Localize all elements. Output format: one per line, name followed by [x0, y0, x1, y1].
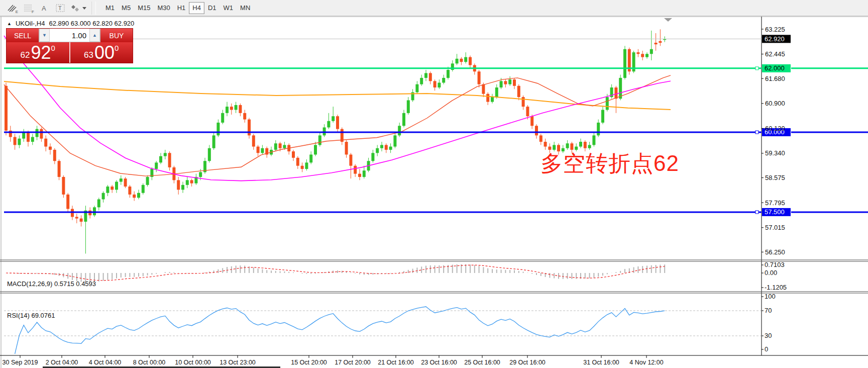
- timeframe-button-w1[interactable]: W1: [220, 2, 237, 14]
- candle-body: [40, 129, 43, 139]
- candle-body: [415, 84, 418, 93]
- time-axis-label[interactable]: 4 Nov 12:00: [629, 359, 663, 366]
- candle-body: [429, 73, 432, 81]
- timeframe-button-d1[interactable]: D1: [204, 2, 220, 14]
- candle-body: [177, 180, 180, 190]
- text-box-icon[interactable]: T: [53, 2, 68, 15]
- rsi-axis-label: 100: [765, 293, 776, 300]
- top-toolbar: E F A T M1M5M15M30H1H4D1W1MN: [0, 0, 868, 16]
- candle-body: [389, 147, 392, 150]
- chart-window[interactable]: 62.00060.00057.50062.92063.22562.44561.6…: [0, 16, 868, 368]
- time-axis-label[interactable]: 15 Oct 20:00: [291, 359, 327, 366]
- time-axis-label[interactable]: 4 Oct 04:00: [89, 359, 122, 366]
- candle-body: [292, 151, 295, 158]
- time-axis-label[interactable]: 13 Oct 23:00: [220, 359, 256, 366]
- time-axis-label[interactable]: 29 Oct 16:00: [509, 359, 546, 366]
- candle-body: [181, 185, 184, 190]
- volume-input[interactable]: [50, 29, 89, 42]
- candle-body: [659, 41, 662, 43]
- candle-body: [44, 139, 47, 147]
- candle-body: [486, 94, 489, 102]
- candle-body: [544, 142, 547, 147]
- label-a-icon[interactable]: A: [37, 2, 52, 15]
- timeframe-button-mn[interactable]: MN: [237, 2, 254, 14]
- time-axis-label[interactable]: 30 Sep 2019: [3, 359, 38, 366]
- hlines-layer: [4, 39, 868, 213]
- candle-body: [495, 87, 498, 97]
- candle-body: [106, 187, 109, 193]
- candle-body: [588, 145, 591, 148]
- timeframe-button-m1[interactable]: M1: [102, 2, 118, 14]
- timeframe-button-m15[interactable]: M15: [134, 2, 154, 14]
- sell-button[interactable]: SELL: [7, 29, 39, 42]
- candle-body: [530, 116, 533, 126]
- buy-button[interactable]: BUY: [100, 29, 133, 42]
- time-axis-label[interactable]: 17 Oct 20:00: [335, 359, 371, 366]
- sell-price-big: 92: [31, 43, 51, 62]
- time-axis-label[interactable]: 2 Oct 04:00: [46, 359, 78, 366]
- candle-body: [645, 54, 648, 57]
- candle-body: [133, 195, 136, 198]
- chart-text-annotation: 多空转折点62: [540, 149, 679, 178]
- timeframe-button-m30[interactable]: M30: [154, 2, 173, 14]
- candle-body: [88, 211, 91, 216]
- candle-body: [469, 57, 472, 65]
- candle-body: [230, 107, 233, 110]
- timeframe-button-h1[interactable]: H1: [174, 2, 189, 14]
- candle-body: [380, 145, 383, 148]
- sell-price-display[interactable]: 62 92 0: [7, 42, 70, 63]
- buy-price-display[interactable]: 63 00 0: [70, 42, 133, 63]
- candle-body: [27, 132, 30, 142]
- candle-body: [142, 185, 145, 193]
- price-axis-label: 57.795: [765, 199, 785, 207]
- candle-body: [442, 78, 445, 83]
- time-axis-label[interactable]: 23 Oct 16:00: [421, 359, 457, 366]
- time-axis-label[interactable]: 21 Oct 16:00: [378, 359, 414, 366]
- candle-body: [18, 139, 21, 145]
- candle-body: [579, 142, 582, 147]
- time-axis-label[interactable]: 25 Oct 16:00: [464, 359, 500, 366]
- hline-tag-text: 62.000: [765, 64, 785, 72]
- candle-body: [93, 207, 96, 215]
- candle-body: [279, 143, 282, 148]
- candle-body: [14, 137, 17, 145]
- candle-body: [49, 147, 52, 150]
- time-axis-label[interactable]: 31 Oct 16:00: [583, 359, 619, 366]
- candle-body: [309, 154, 312, 162]
- price-axis: 62.00060.00057.50062.92063.22562.44561.6…: [762, 26, 791, 256]
- grid-fibo-icon[interactable]: F: [21, 2, 36, 15]
- volume-decrease-button[interactable]: ▼: [39, 29, 50, 42]
- candle-body: [199, 172, 202, 177]
- candle-body: [482, 84, 485, 94]
- timeframe-button-h4[interactable]: H4: [189, 2, 204, 14]
- chart-canvas[interactable]: 62.00060.00057.50062.92063.22562.44561.6…: [0, 16, 868, 368]
- candle-body: [491, 97, 494, 102]
- candle-body: [371, 153, 374, 161]
- symbol-header: ▲ UKOil-,H4 62.890 63.000 62.820 62.920: [7, 20, 134, 27]
- toolbar-separator: [91, 2, 96, 15]
- candle-body: [402, 113, 405, 126]
- candle-body: [190, 180, 193, 183]
- time-axis-label[interactable]: 10 Oct 00:00: [175, 359, 211, 366]
- collapse-marker-icon[interactable]: ▲: [7, 21, 12, 26]
- draw-lines-icon[interactable]: E: [5, 2, 20, 15]
- sell-price-sup: 0: [51, 42, 55, 52]
- candle-body: [398, 126, 401, 135]
- rsi-label: RSI(14) 69.0761: [7, 312, 55, 319]
- candle-body: [522, 97, 525, 107]
- arrange-shapes-icon[interactable]: [69, 2, 89, 15]
- candle-body: [376, 148, 379, 153]
- candle-body: [71, 209, 74, 217]
- buy-price-big: 00: [94, 43, 115, 62]
- candle-body: [438, 82, 441, 87]
- candle-body: [248, 120, 251, 136]
- timeframe-button-m5[interactable]: M5: [118, 2, 134, 14]
- scroll-to-end-icon: [664, 18, 672, 22]
- rsi-axis-label: 0: [765, 345, 768, 353]
- time-axis-label[interactable]: 8 Oct 00:00: [133, 359, 166, 366]
- time-axis[interactable]: 30 Sep 20192 Oct 04:004 Oct 04:008 Oct 0…: [3, 355, 664, 366]
- candle-body: [508, 79, 511, 84]
- one-click-trade-panel: SELL ▼ ▲ BUY 62 92 0 63 00 0: [6, 28, 133, 63]
- volume-increase-button[interactable]: ▲: [89, 29, 100, 42]
- candle-body: [526, 107, 529, 116]
